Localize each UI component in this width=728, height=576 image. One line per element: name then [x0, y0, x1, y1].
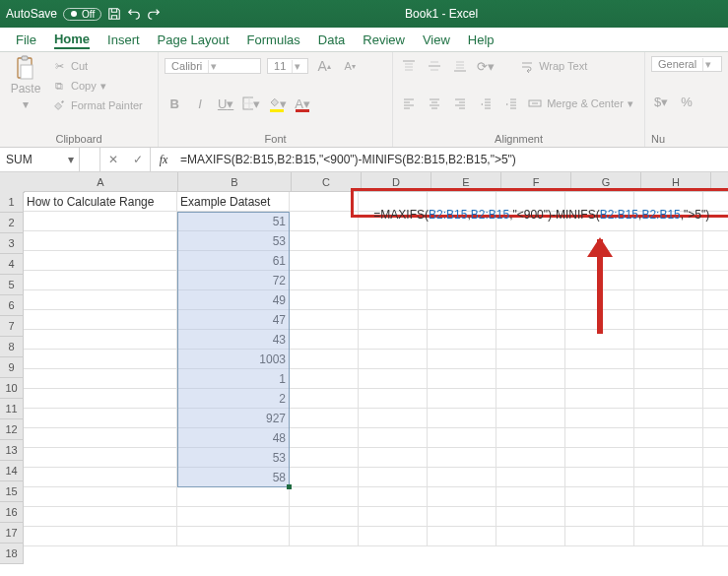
bold-button[interactable]: B — [165, 94, 184, 113]
cell-E13[interactable] — [428, 428, 496, 448]
cell-F9[interactable] — [496, 350, 565, 369]
cell-B17[interactable] — [177, 507, 290, 527]
cell-G16[interactable] — [565, 487, 634, 507]
cell-B4[interactable]: 61 — [177, 251, 290, 271]
cell-I6[interactable] — [703, 290, 728, 310]
chevron-down-icon[interactable]: ▾ — [63, 148, 79, 171]
underline-button[interactable]: U▾ — [216, 94, 235, 113]
cell-G13[interactable] — [565, 428, 634, 448]
cell-I4[interactable] — [703, 251, 728, 271]
cell-E7[interactable] — [428, 310, 496, 330]
borders-button[interactable]: ▾ — [241, 94, 261, 113]
cell-B6[interactable]: 49 — [177, 290, 290, 310]
cell-H11[interactable] — [634, 389, 703, 409]
cell-I12[interactable] — [703, 409, 728, 428]
cell-E11[interactable] — [428, 389, 496, 409]
row-header-2[interactable]: 2 — [0, 213, 24, 233]
row-header-13[interactable]: 13 — [0, 440, 24, 461]
number-format-combo[interactable]: General▾ — [651, 56, 722, 72]
fx-icon[interactable]: fx — [151, 153, 176, 167]
cell-C14[interactable] — [290, 448, 359, 468]
cell-F12[interactable] — [496, 409, 565, 428]
cell-E4[interactable] — [428, 251, 496, 271]
cell-G18[interactable] — [565, 527, 634, 546]
cell-G14[interactable] — [565, 448, 634, 468]
column-header-B[interactable]: B — [178, 172, 292, 192]
column-header-A[interactable]: A — [24, 172, 178, 192]
cell-E8[interactable] — [428, 330, 496, 350]
cell-F13[interactable] — [496, 428, 565, 448]
row-header-5[interactable]: 5 — [0, 275, 24, 295]
cell-I11[interactable] — [703, 389, 728, 409]
cell-A13[interactable] — [24, 428, 177, 448]
cell-B7[interactable]: 47 — [177, 310, 290, 330]
cell-D9[interactable] — [359, 350, 428, 369]
menu-item-file[interactable]: File — [16, 32, 36, 48]
cell-A14[interactable] — [24, 448, 177, 468]
align-bottom-button[interactable] — [450, 56, 470, 76]
menu-item-formulas[interactable]: Formulas — [247, 32, 300, 48]
cell-F15[interactable] — [496, 468, 565, 487]
wrap-text-button[interactable]: Wrap Text — [519, 58, 587, 74]
cell-A3[interactable] — [24, 231, 177, 251]
cell-H5[interactable] — [634, 271, 703, 290]
cell-I10[interactable] — [703, 369, 728, 389]
cell-F4[interactable] — [496, 251, 565, 271]
cell-H9[interactable] — [634, 350, 703, 369]
cell-D8[interactable] — [359, 330, 428, 350]
cell-A2[interactable] — [24, 212, 177, 231]
cell-I9[interactable] — [703, 350, 728, 369]
increase-font-button[interactable]: A▴ — [314, 56, 334, 76]
cell-A12[interactable] — [24, 409, 177, 428]
cell-B1[interactable]: Example Dataset — [177, 192, 290, 212]
cell-H4[interactable] — [634, 251, 703, 271]
cell-G12[interactable] — [565, 409, 634, 428]
cell-G17[interactable] — [565, 507, 634, 527]
cell-I5[interactable] — [703, 271, 728, 290]
cell-E17[interactable] — [428, 507, 496, 527]
cell-E18[interactable] — [428, 527, 496, 546]
menu-item-review[interactable]: Review — [363, 32, 405, 48]
redo-icon[interactable] — [147, 7, 161, 21]
autosave-toggle[interactable]: Off — [63, 8, 101, 21]
confirm-formula-button[interactable]: ✓ — [133, 153, 143, 166]
menu-item-data[interactable]: Data — [318, 32, 345, 48]
cell-C10[interactable] — [290, 369, 359, 389]
cell-A6[interactable] — [24, 290, 177, 310]
cell-H13[interactable] — [634, 428, 703, 448]
cell-B12[interactable]: 927 — [177, 409, 290, 428]
fill-color-button[interactable]: ▾ — [267, 94, 287, 113]
cell-A18[interactable] — [24, 527, 177, 546]
cell-E16[interactable] — [428, 487, 496, 507]
cell-F14[interactable] — [496, 448, 565, 468]
cell-H6[interactable] — [634, 290, 703, 310]
cut-button[interactable]: ✂ Cut — [51, 58, 143, 74]
name-box[interactable]: ▾ — [0, 148, 80, 171]
orientation-button[interactable]: ⟳▾ — [476, 56, 496, 76]
font-color-button[interactable]: A▾ — [293, 94, 312, 113]
cell-G15[interactable] — [565, 468, 634, 487]
font-name-combo[interactable]: Calibri▾ — [165, 58, 261, 74]
cell-B15[interactable]: 58 — [177, 468, 290, 487]
cell-H8[interactable] — [634, 330, 703, 350]
cell-H17[interactable] — [634, 507, 703, 527]
cell-B3[interactable]: 53 — [177, 231, 290, 251]
cell-F7[interactable] — [496, 310, 565, 330]
cell-F11[interactable] — [496, 389, 565, 409]
cell-F18[interactable] — [496, 527, 565, 546]
cell-B8[interactable]: 43 — [177, 330, 290, 350]
cell-D6[interactable] — [359, 290, 428, 310]
align-center-button[interactable] — [425, 94, 444, 113]
accounting-format-button[interactable]: $▾ — [651, 92, 671, 111]
cell-B13[interactable]: 48 — [177, 428, 290, 448]
row-header-16[interactable]: 16 — [0, 502, 24, 523]
row-header-18[interactable]: 18 — [0, 544, 24, 564]
menu-item-insert[interactable]: Insert — [107, 32, 140, 48]
cell-C15[interactable] — [290, 468, 359, 487]
cell-F10[interactable] — [496, 369, 565, 389]
cell-D17[interactable] — [359, 507, 428, 527]
cell-D18[interactable] — [359, 527, 428, 546]
cell-B5[interactable]: 72 — [177, 271, 290, 290]
cell-G9[interactable] — [565, 350, 634, 369]
paste-button[interactable]: Paste ▾ — [6, 56, 45, 111]
